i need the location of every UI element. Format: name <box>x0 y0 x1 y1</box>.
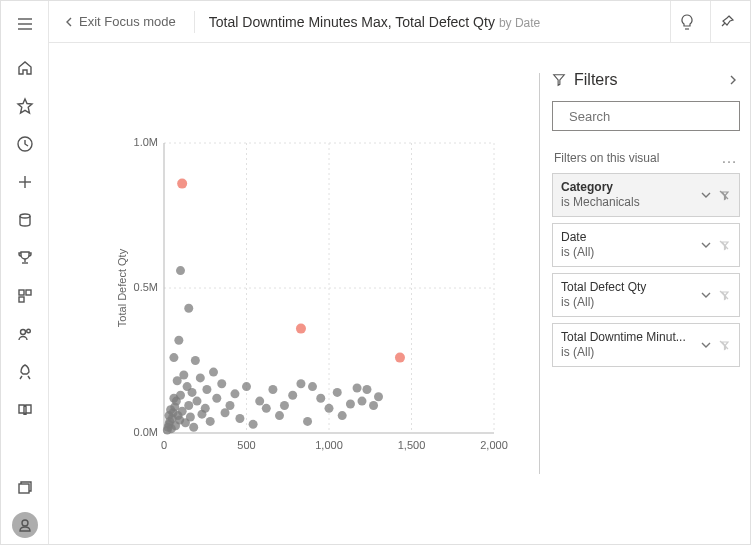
x-tick-4: 2,000 <box>480 439 508 451</box>
svg-point-6 <box>20 214 30 218</box>
hamburger-menu-button[interactable] <box>5 5 45 43</box>
filter-search-box[interactable] <box>552 101 740 131</box>
data-point[interactable] <box>189 423 198 432</box>
data-point[interactable] <box>184 304 193 313</box>
data-point[interactable] <box>212 394 221 403</box>
clear-filter-icon[interactable] <box>717 188 731 202</box>
data-point[interactable] <box>191 356 200 365</box>
filter-search-input[interactable] <box>569 109 737 124</box>
data-point[interactable] <box>333 388 342 397</box>
data-point[interactable] <box>374 392 383 401</box>
data-point[interactable] <box>174 336 183 345</box>
data-point[interactable] <box>177 179 187 189</box>
x-tick-3: 1,500 <box>398 439 426 451</box>
y-axis-label: Total Defect Qty <box>116 248 128 327</box>
data-point[interactable] <box>235 414 244 423</box>
filter-card-value: is (All) <box>561 345 693 360</box>
home-icon[interactable] <box>5 49 45 87</box>
data-point[interactable] <box>395 353 405 363</box>
data-point[interactable] <box>316 394 325 403</box>
pin-icon[interactable] <box>710 1 742 42</box>
data-point[interactable] <box>176 266 185 275</box>
idea-lightbulb-icon[interactable] <box>670 1 702 42</box>
favorites-star-icon[interactable] <box>5 87 45 125</box>
scatter-chart: 0.0M 0.5M 1.0M 0 500 1,000 1,500 2,000 T… <box>49 43 539 544</box>
data-point[interactable] <box>196 373 205 382</box>
svg-rect-11 <box>19 297 24 302</box>
account-avatar-button[interactable] <box>5 506 45 544</box>
goals-trophy-icon[interactable] <box>5 239 45 277</box>
chevron-down-icon[interactable] <box>699 238 713 252</box>
data-point[interactable] <box>179 371 188 380</box>
clear-filter-icon[interactable] <box>717 288 731 302</box>
data-point[interactable] <box>242 382 251 391</box>
filters-section-more-icon[interactable]: … <box>721 149 738 167</box>
data-point[interactable] <box>268 385 277 394</box>
chevron-left-icon <box>63 16 75 28</box>
visual-title-main: Total Downtime Minutes Max, Total Defect… <box>209 14 495 30</box>
data-point[interactable] <box>325 404 334 413</box>
deployment-rocket-icon[interactable] <box>5 353 45 391</box>
data-point[interactable] <box>176 391 185 400</box>
data-point[interactable] <box>255 397 264 406</box>
data-point[interactable] <box>202 385 211 394</box>
add-plus-icon[interactable] <box>5 163 45 201</box>
data-point[interactable] <box>262 404 271 413</box>
data-point[interactable] <box>184 401 193 410</box>
exit-focus-mode-button[interactable]: Exit Focus mode <box>57 10 182 33</box>
app-window: Exit Focus mode Total Downtime Minutes M… <box>0 0 751 545</box>
data-point[interactable] <box>358 397 367 406</box>
data-point[interactable] <box>296 324 306 334</box>
chevron-down-icon[interactable] <box>699 338 713 352</box>
learn-book-icon[interactable] <box>5 391 45 429</box>
svg-rect-9 <box>19 290 24 295</box>
data-point[interactable] <box>338 411 347 420</box>
x-tick-0: 0 <box>161 439 167 451</box>
svg-rect-10 <box>26 290 31 295</box>
workspaces-stack-icon[interactable] <box>5 468 45 506</box>
data-point[interactable] <box>275 411 284 420</box>
filter-card-defect-qty[interactable]: Total Defect Qty is (All) <box>552 273 740 317</box>
filter-card-value: is (All) <box>561 245 693 260</box>
main-area: Exit Focus mode Total Downtime Minutes M… <box>49 1 750 544</box>
visual-header: Exit Focus mode Total Downtime Minutes M… <box>49 1 750 43</box>
data-point[interactable] <box>249 420 258 429</box>
data-point[interactable] <box>303 417 312 426</box>
data-point[interactable] <box>188 388 197 397</box>
svg-point-15 <box>22 520 28 526</box>
data-point[interactable] <box>353 384 362 393</box>
data-point[interactable] <box>308 382 317 391</box>
x-tick-2: 1,000 <box>315 439 343 451</box>
filter-card-value: is Mechanicals <box>561 195 693 210</box>
chevron-down-icon[interactable] <box>699 288 713 302</box>
filter-card-downtime[interactable]: Total Downtime Minut... is (All) <box>552 323 740 367</box>
expand-chevron-right-icon[interactable] <box>726 73 740 87</box>
filter-card-name: Total Defect Qty <box>561 280 693 295</box>
data-point[interactable] <box>230 389 239 398</box>
filter-card-date[interactable]: Date is (All) <box>552 223 740 267</box>
data-point[interactable] <box>288 391 297 400</box>
data-point[interactable] <box>280 401 289 410</box>
filters-pane-title: Filters <box>574 71 718 89</box>
visual-title-secondary: by Date <box>499 16 540 30</box>
data-point[interactable] <box>362 385 371 394</box>
data-point[interactable] <box>193 397 202 406</box>
datasets-cylinder-icon[interactable] <box>5 201 45 239</box>
data-point[interactable] <box>209 368 218 377</box>
recent-clock-icon[interactable] <box>5 125 45 163</box>
data-point[interactable] <box>201 404 210 413</box>
shared-people-icon[interactable] <box>5 315 45 353</box>
filter-card-category[interactable]: Category is Mechanicals <box>552 173 740 217</box>
chevron-down-icon[interactable] <box>699 188 713 202</box>
data-point[interactable] <box>186 413 195 422</box>
clear-filter-icon[interactable] <box>717 238 731 252</box>
data-point[interactable] <box>206 417 215 426</box>
data-point[interactable] <box>226 401 235 410</box>
apps-grid-icon[interactable] <box>5 277 45 315</box>
data-point[interactable] <box>369 401 378 410</box>
data-point[interactable] <box>296 379 305 388</box>
data-point[interactable] <box>169 353 178 362</box>
clear-filter-icon[interactable] <box>717 338 731 352</box>
data-point[interactable] <box>217 379 226 388</box>
data-point[interactable] <box>346 400 355 409</box>
